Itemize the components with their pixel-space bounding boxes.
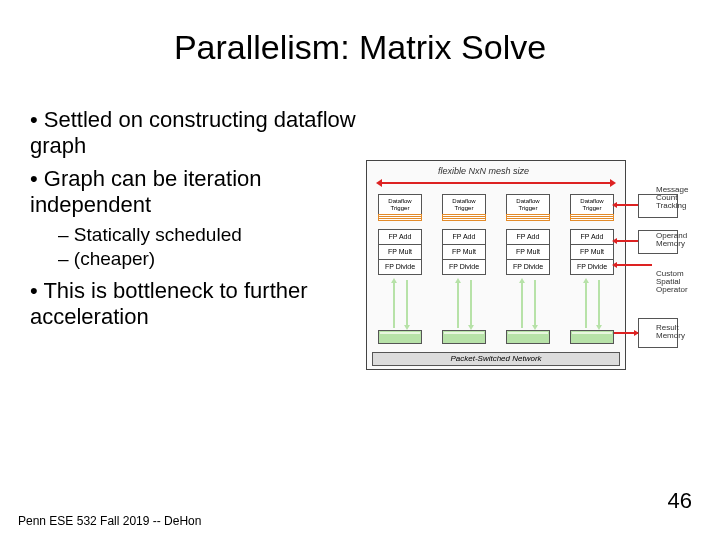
mesh-arrow-icon	[376, 180, 616, 186]
router-icon	[506, 330, 550, 344]
msg-track-label: Message Count Tracking	[656, 186, 706, 210]
fp-mult-box: FP Mult	[506, 244, 550, 260]
arrow-up-icon	[391, 278, 397, 283]
fp-mult-box: FP Mult	[378, 244, 422, 260]
slide: Parallelism: Matrix Solve Settled on con…	[0, 0, 720, 540]
fp-mult-box: FP Mult	[442, 244, 486, 260]
custom-op-label: Custom Spatial Operator	[656, 270, 706, 294]
bullet-3: This is bottleneck to further accelerati…	[30, 278, 386, 331]
connector-icon	[585, 280, 587, 328]
pe-column-4: Dataflow Trigger FP Add FP Mult FP Divid…	[570, 194, 616, 275]
arrow-left-icon	[612, 262, 617, 268]
connector-icon	[457, 280, 459, 328]
page-number: 46	[668, 488, 692, 514]
bullet-1: Settled on constructing dataflow graph	[30, 107, 386, 160]
trigger-box: Dataflow Trigger	[506, 194, 550, 216]
fp-div-box: FP Divide	[570, 259, 614, 275]
buffer-icon	[570, 215, 614, 225]
arrow-up-icon	[455, 278, 461, 283]
pe-column-2: Dataflow Trigger FP Add FP Mult FP Divid…	[442, 194, 488, 275]
connector-icon	[406, 280, 408, 328]
bullet-column: Settled on constructing dataflow graph G…	[30, 107, 386, 337]
arrow-left-icon	[612, 238, 617, 244]
bullet-2-text: Graph can be iteration independent	[30, 166, 262, 217]
trigger-box: Dataflow Trigger	[442, 194, 486, 216]
fp-div-box: FP Divide	[506, 259, 550, 275]
connector-icon	[598, 280, 600, 328]
fp-add-box: FP Add	[570, 229, 614, 245]
router-icon	[570, 330, 614, 344]
arrow-right-icon	[634, 330, 639, 336]
connector-icon	[614, 204, 638, 206]
connector-icon	[534, 280, 536, 328]
arrow-up-icon	[519, 278, 525, 283]
pe-column-3: Dataflow Trigger FP Add FP Mult FP Divid…	[506, 194, 552, 275]
trigger-box: Dataflow Trigger	[570, 194, 614, 216]
architecture-figure: flexible NxN mesh size Dataflow Trigger …	[366, 160, 706, 400]
trigger-box: Dataflow Trigger	[378, 194, 422, 216]
fp-add-box: FP Add	[378, 229, 422, 245]
fp-add-box: FP Add	[506, 229, 550, 245]
connector-icon	[614, 240, 638, 242]
operand-mem-label: Operand Memory	[656, 232, 706, 248]
bullet-2-sub-1: Statically scheduled	[58, 223, 386, 248]
connector-icon	[614, 264, 652, 266]
router-icon	[378, 330, 422, 344]
buffer-icon	[506, 215, 550, 225]
router-icon	[442, 330, 486, 344]
pe-column-1: Dataflow Trigger FP Add FP Mult FP Divid…	[378, 194, 424, 275]
network-label: Packet-Switched Network	[372, 352, 620, 366]
bullet-2-sub-2: (cheaper)	[58, 247, 386, 272]
result-mem-label: Result Memory	[656, 324, 706, 340]
footer-text: Penn ESE 532 Fall 2019 -- DeHon	[18, 514, 201, 528]
connector-icon	[521, 280, 523, 328]
fp-add-box: FP Add	[442, 229, 486, 245]
fp-div-box: FP Divide	[442, 259, 486, 275]
fp-div-box: FP Divide	[378, 259, 422, 275]
fp-mult-box: FP Mult	[570, 244, 614, 260]
arrow-left-icon	[612, 202, 617, 208]
connector-icon	[470, 280, 472, 328]
mesh-size-label: flexible NxN mesh size	[438, 166, 529, 176]
buffer-icon	[442, 215, 486, 225]
connector-icon	[393, 280, 395, 328]
arrow-up-icon	[583, 278, 589, 283]
bullet-2: Graph can be iteration independent Stati…	[30, 166, 386, 272]
buffer-icon	[378, 215, 422, 225]
slide-title: Parallelism: Matrix Solve	[30, 28, 690, 67]
